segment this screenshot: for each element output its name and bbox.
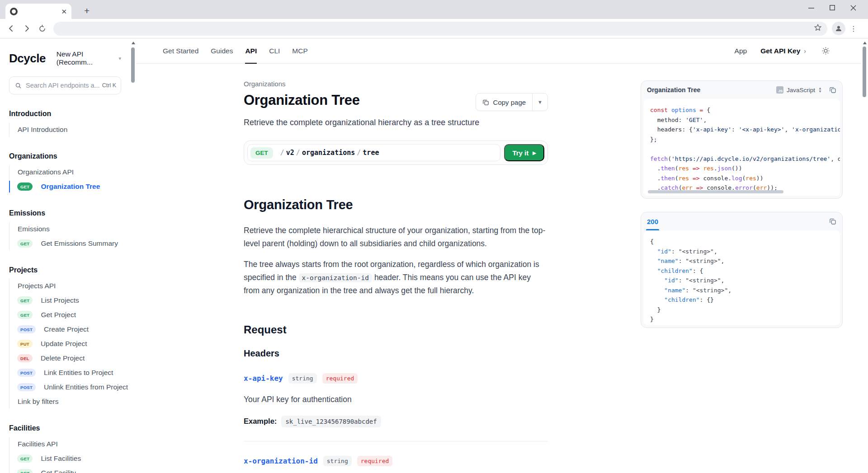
new-tab-button[interactable]: +	[84, 5, 90, 16]
param-required-badge: required	[357, 456, 393, 466]
window-close-button[interactable]	[850, 5, 856, 11]
search-icon	[15, 82, 22, 89]
param-type-badge: string	[323, 456, 352, 466]
sidebar-item-link-entities[interactable]: POST Link Entities to Project	[9, 365, 130, 380]
sidebar-item-delete-project[interactable]: DEL Delete Project	[9, 351, 130, 365]
browser-tab[interactable]: ✕	[5, 4, 71, 19]
method-badge-get: GET	[17, 183, 33, 191]
page-subtitle: Retrieve the complete organizational hie…	[244, 118, 548, 127]
sidebar-item-get-emissions-summary[interactable]: GET Get Emissions Summary	[9, 236, 130, 251]
search-shortcut: Ctrl K	[102, 82, 116, 89]
copy-response-icon[interactable]	[829, 218, 836, 225]
divider	[244, 441, 548, 441]
param-x-organization-id[interactable]: x-organization-id	[244, 457, 318, 465]
method-badge-get: GET	[17, 454, 33, 463]
window-maximize-button[interactable]	[830, 5, 835, 10]
theme-toggle-sun-icon[interactable]	[821, 47, 830, 55]
sidebar-item-unlink-entities[interactable]: POST Unlink Entities from Project	[9, 380, 130, 394]
endpoint-path-box: GET /v2/organizations/tree	[247, 144, 500, 161]
sidebar-item-get-facility[interactable]: GET Get Facility	[9, 466, 130, 473]
param-x-api-key[interactable]: x-api-key	[244, 374, 283, 383]
horizontal-scrollbar-thumb[interactable]	[648, 190, 783, 193]
example-value: sk_live_1234567890abcdef	[281, 416, 381, 427]
sidebar-item-emissions[interactable]: Emissions	[9, 222, 130, 236]
sidebar-item-link-by-filters[interactable]: Link by filters	[9, 394, 130, 409]
tab-close-icon[interactable]: ✕	[61, 8, 67, 15]
method-badge-del: DEL	[17, 354, 33, 362]
copy-code-icon[interactable]	[829, 86, 836, 94]
status-200-tab[interactable]: 200	[647, 212, 658, 230]
method-badge-get: GET	[17, 311, 33, 319]
sidebar-item-list-facilities[interactable]: GET List Facilities	[9, 451, 130, 466]
chevron-updown-icon: ▲▼	[818, 87, 822, 93]
method-badge-put: PUT	[17, 340, 33, 348]
request-code-panel: Organization Tree JS JavaScript ▲▼ const…	[641, 80, 843, 199]
section-title-organizations: Organizations	[0, 152, 130, 160]
get-api-key-link[interactable]: Get API Key ›	[760, 47, 806, 55]
response-code-block[interactable]: { "id": "<string>", "name": "<string>", …	[643, 230, 840, 325]
section-title-facilities: Facilities	[0, 424, 130, 432]
chevron-right-icon: ›	[804, 47, 806, 55]
copy-page-dropdown[interactable]: ▼	[532, 94, 547, 111]
forward-icon[interactable]	[19, 21, 34, 36]
sidebar-item-label: Create Project	[44, 325, 89, 333]
language-selector[interactable]: JS JavaScript ▲▼	[776, 86, 822, 94]
paragraph-1: Retrieve the complete hierarchical struc…	[244, 224, 548, 250]
app-link[interactable]: App	[735, 47, 747, 55]
endpoint-method-badge: GET	[250, 147, 273, 159]
tab-cli[interactable]: CLI	[269, 38, 280, 63]
sidebar-item-label: Unlink Entities from Project	[44, 383, 128, 391]
endpoint-bar: GET /v2/organizations/tree Try it ▶	[244, 140, 548, 165]
sidebar-item-list-projects[interactable]: GET List Projects	[9, 293, 130, 308]
section-title-emissions: Emissions	[0, 209, 130, 217]
sidebar-item-create-project[interactable]: POST Create Project	[9, 322, 130, 337]
sidebar-item-facilities-api[interactable]: Facilities API	[9, 437, 130, 451]
tab-get-started[interactable]: Get Started	[163, 38, 198, 63]
dcycle-logo[interactable]: Dcycle	[9, 52, 46, 66]
sidebar-item-organizations-api[interactable]: Organizations API	[9, 165, 130, 179]
version-label: New API (Recomm...	[57, 50, 116, 66]
search-input[interactable]: Search API endpoints a... Ctrl K	[9, 76, 121, 94]
browser-profile-avatar[interactable]	[832, 22, 845, 35]
scroll-up-arrow[interactable]	[863, 42, 867, 44]
tab-api[interactable]: API	[245, 38, 257, 63]
sidebar-item-label: Delete Project	[41, 354, 85, 362]
sidebar-item-label: Update Project	[41, 340, 87, 348]
page-scrollbar[interactable]	[862, 38, 868, 473]
path-seg-organizations: organizations	[302, 149, 355, 157]
sidebar-item-get-project[interactable]: GET Get Project	[9, 308, 130, 322]
try-it-button[interactable]: Try it ▶	[504, 144, 544, 161]
request-code-block[interactable]: const options = { method: 'GET', headers…	[643, 99, 840, 196]
path-slash: /	[355, 149, 363, 157]
sidebar-item-update-project[interactable]: PUT Update Project	[9, 337, 130, 351]
scrollbar-thumb[interactable]	[863, 47, 866, 97]
path-slash: /	[294, 149, 302, 157]
sidebar-item-organization-tree[interactable]: GET Organization Tree	[9, 179, 130, 194]
sidebar-item-projects-api[interactable]: Projects API	[9, 279, 130, 293]
docs-main-area: Get Started Guides API CLI MCP App Get A…	[136, 38, 862, 473]
scrollbar-thumb[interactable]	[131, 47, 135, 83]
reload-icon[interactable]	[34, 21, 50, 36]
param-description: Your API key for authentication	[244, 393, 548, 406]
copy-icon	[482, 99, 489, 106]
api-version-selector[interactable]: New API (Recomm... ▾	[57, 50, 121, 66]
section-title-introduction: Introduction	[0, 110, 130, 118]
breadcrumb: Organizations	[244, 80, 548, 88]
get-api-key-label: Get API Key	[760, 47, 800, 55]
url-bar[interactable]	[53, 22, 827, 36]
bookmark-star-icon[interactable]	[814, 23, 822, 33]
language-label: JavaScript	[787, 87, 815, 94]
method-badge-post: POST	[17, 369, 36, 377]
scroll-up-arrow[interactable]	[132, 42, 135, 44]
javascript-icon: JS	[776, 86, 783, 94]
tab-mcp[interactable]: MCP	[292, 38, 307, 63]
sidebar-item-label: Organization Tree	[41, 183, 100, 191]
tab-guides[interactable]: Guides	[211, 38, 233, 63]
back-icon[interactable]	[4, 21, 19, 36]
copy-page-button[interactable]: Copy page ▼	[476, 93, 548, 111]
sidebar-scrollbar[interactable]	[130, 38, 136, 473]
method-badge-post: POST	[17, 325, 36, 333]
sidebar-item-api-introduction[interactable]: API Introduction	[9, 122, 130, 137]
window-minimize-button[interactable]	[808, 5, 814, 11]
browser-menu-icon[interactable]: ⋮	[850, 28, 857, 30]
